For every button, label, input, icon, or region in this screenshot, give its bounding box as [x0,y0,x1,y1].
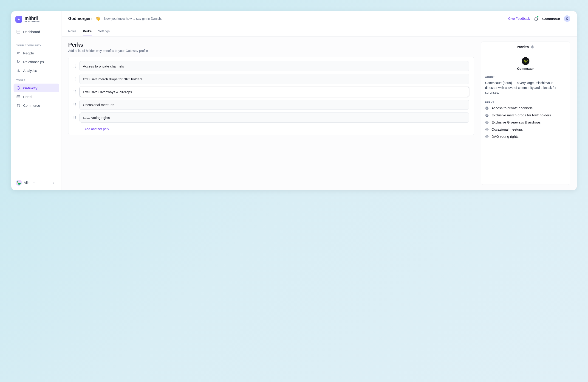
collapse-sidebar-button[interactable]: ←| [53,181,57,184]
sidebar-item-relationships[interactable]: Relationships [14,57,59,66]
svg-point-38 [75,104,76,105]
sidebar-item-label: Dashboard [23,30,40,34]
sidebar-item-label: Analytics [23,69,37,73]
info-icon[interactable] [531,45,534,49]
svg-point-60 [487,122,487,122]
perk-input[interactable] [80,61,469,71]
preview-perk-item: Occasional meetups [485,127,566,131]
tab-settings[interactable]: Settings [98,26,110,36]
org-avatar[interactable]: C [564,15,570,22]
sidebar-divider [15,38,58,38]
chevron-up-icon [33,181,35,184]
preview-perk-text: Access to private channels [492,106,532,110]
perk-input[interactable] [80,100,469,110]
svg-point-43 [74,117,74,118]
svg-point-23 [74,78,74,78]
drag-handle-icon[interactable] [74,64,76,68]
add-perk-label: Add another perk [84,127,109,131]
svg-point-57 [487,115,487,116]
svg-point-6 [19,61,20,62]
svg-point-24 [75,78,76,78]
commerce-icon [16,103,21,107]
preview-perk-item: Access to private channels [485,106,566,110]
tab-roles[interactable]: Roles [68,26,77,36]
sidebar-item-portal[interactable]: Portal [14,92,59,101]
page-subtitle: Add a list of holder-only benefits to yo… [68,49,474,53]
svg-point-29 [74,90,74,91]
brand-subtitle: BY COMMSOR [24,21,40,23]
preview-org-name: Commsaur [485,67,566,70]
perk-input[interactable] [80,74,469,84]
drag-handle-icon[interactable] [74,103,76,106]
sidebar-item-dashboard[interactable]: Dashboard [14,27,59,36]
preview-body: 🦖 Commsaur ABOUT Commsaur: {noun} — a ve… [481,52,570,143]
perks-editor: Perks Add a list of holder-only benefits… [68,41,474,185]
perk-row [74,61,469,71]
sidebar-item-label: Portal [23,95,32,99]
sidebar-item-label: People [23,51,34,55]
brand: mithril BY COMMSOR [14,16,59,27]
target-icon [485,121,489,124]
preview-perks-label: PERKS [485,101,566,104]
relationships-icon [16,60,21,64]
preview-about-label: ABOUT [485,76,566,78]
user-avatar: 🦕 [16,180,22,186]
sidebar-group-tools: TOOLS [14,75,59,83]
preview-panel: Preview 🦖 Commsaur ABOUT Commsaur: {noun… [481,41,570,185]
give-feedback-link[interactable]: Give Feedback [508,17,530,20]
svg-point-20 [75,66,76,67]
svg-point-22 [75,67,76,68]
svg-point-15 [18,106,18,107]
tab-perks[interactable]: Perks [83,26,92,36]
preview-avatar: 🦖 [522,57,529,65]
svg-point-7 [18,62,19,63]
notification-dot-icon [537,16,539,18]
drag-handle-icon[interactable] [74,77,76,81]
drag-handle-icon[interactable] [74,116,76,119]
svg-point-35 [74,103,74,104]
svg-point-45 [74,119,74,119]
add-perk-button[interactable]: Add another perk [74,125,469,131]
preview-perk-text: DAO voting rights [492,135,519,139]
svg-point-28 [75,80,76,80]
user-name: Vilo [24,181,29,184]
svg-point-30 [75,90,76,91]
sidebar-item-label: Commerce [23,103,40,107]
topbar: Godmorgen 👋 Now you know how to say gm i… [62,11,577,26]
svg-point-40 [75,106,76,106]
content: Perks Add a list of holder-only benefits… [62,37,577,190]
org-name: Commsaur [542,17,560,21]
perk-row [74,74,469,84]
sidebar-item-commerce[interactable]: Commerce [14,101,59,110]
target-icon [485,128,489,131]
svg-point-31 [74,92,74,92]
svg-point-16 [19,106,20,107]
svg-rect-13 [17,96,20,98]
svg-point-46 [75,119,76,119]
perk-input[interactable] [80,87,469,97]
notifications-button[interactable] [534,16,539,21]
sidebar-item-analytics[interactable]: Analytics [14,66,59,75]
svg-point-18 [75,65,76,65]
sidebar-user-menu[interactable]: 🦕 Vilo ←| [14,178,59,188]
preview-about-text: Commsaur: {noun} — a very large, mischie… [485,80,566,95]
svg-line-9 [18,61,18,62]
brand-badge-icon [15,16,22,23]
perk-row [74,113,469,122]
perk-input[interactable] [80,113,469,122]
preview-perk-text: Occasional meetups [492,127,523,131]
wave-icon: 👋 [95,16,100,21]
preview-perk-text: Exclusive merch drops for NFT holders [492,113,551,117]
sidebar-item-gateway[interactable]: Gateway [14,83,59,92]
svg-point-44 [75,117,76,118]
drag-handle-icon[interactable] [74,90,76,94]
svg-point-51 [532,46,533,46]
svg-point-25 [74,79,74,80]
sidebar-item-label: Gateway [23,86,38,90]
svg-point-63 [487,129,487,130]
people-icon [16,51,21,55]
svg-point-3 [18,52,19,53]
sidebar-item-people[interactable]: People [14,49,59,57]
svg-point-34 [75,93,76,93]
dashboard-icon [16,30,21,34]
